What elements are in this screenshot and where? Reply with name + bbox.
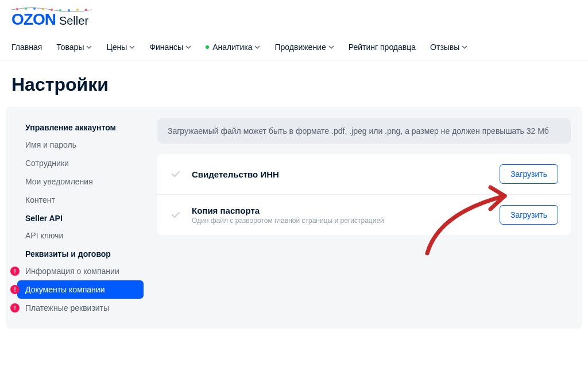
sidebar-item-label: Документы компании: [25, 285, 105, 294]
upload-list: Свидетельство ИННЗагрузитьКопия паспорта…: [157, 154, 571, 235]
sidebar-item[interactable]: Имя и пароль: [17, 136, 144, 154]
content-wrap: Управление аккаунтомИмя и парольСотрудни…: [6, 107, 582, 329]
svg-point-8: [85, 9, 87, 11]
nav-item-1[interactable]: Товары: [56, 43, 92, 52]
alert-icon: !: [10, 285, 20, 294]
nav-item-4[interactable]: Аналитика: [206, 43, 260, 52]
sidebar-group-title: Управление аккаунтом: [17, 118, 144, 136]
chevron-down-icon: [328, 44, 334, 50]
sidebar-group-title: Seller API: [17, 209, 144, 226]
sidebar-item[interactable]: !Документы компании: [17, 280, 144, 299]
svg-point-6: [68, 9, 70, 11]
check-icon: [170, 168, 181, 180]
nav-item-2[interactable]: Цены: [106, 43, 135, 52]
nav-label: Финансы: [149, 43, 183, 52]
nav-item-5[interactable]: Продвижение: [274, 43, 334, 52]
sidebar-item[interactable]: Сотрудники: [17, 154, 144, 172]
main-nav: ГлавнаяТоварыЦеныФинансыАналитикаПродвиж…: [0, 34, 588, 60]
chevron-down-icon: [254, 44, 260, 50]
check-icon: [170, 209, 181, 221]
main-content: Загружаемый файл может быть в формате .p…: [157, 118, 571, 235]
sidebar-item-label: Контент: [25, 195, 55, 205]
nav-label: Отзывы: [430, 43, 459, 52]
sidebar-item[interactable]: !Платежные реквизиты: [17, 299, 144, 317]
nav-item-7[interactable]: Отзывы: [430, 43, 467, 52]
upload-info: Свидетельство ИНН: [192, 169, 489, 179]
svg-point-0: [16, 8, 18, 10]
sidebar-item-label: Имя и пароль: [25, 140, 76, 149]
nav-item-3[interactable]: Финансы: [149, 43, 191, 52]
upload-subtitle: Один файл с разворотом главной страницы …: [192, 217, 489, 225]
upload-row: Копия паспортаОдин файл с разворотом гла…: [157, 195, 571, 235]
sidebar-item[interactable]: !Информация о компании: [17, 262, 144, 280]
sidebar-item-label: Платежные реквизиты: [25, 303, 109, 313]
sidebar-item[interactable]: API ключи: [17, 226, 144, 245]
alert-icon: !: [10, 267, 20, 276]
info-banner: Загружаемый файл может быть в формате .p…: [157, 118, 571, 144]
settings-sidebar: Управление аккаунтомИмя и парольСотрудни…: [17, 118, 144, 317]
nav-label: Цены: [106, 43, 127, 52]
chevron-down-icon: [86, 44, 92, 50]
logo-ozon: OZON: [11, 10, 56, 29]
logo-seller-text: Seller: [59, 14, 88, 28]
nav-item-6[interactable]: Рейтинг продавца: [349, 43, 416, 52]
svg-point-4: [51, 9, 53, 11]
upload-button[interactable]: Загрузить: [500, 205, 558, 225]
alert-icon: !: [10, 303, 20, 313]
garland-decoration: [11, 7, 92, 13]
upload-title: Свидетельство ИНН: [192, 169, 489, 179]
chevron-down-icon: [185, 44, 191, 50]
page-title: Настройки: [0, 60, 588, 107]
sidebar-item[interactable]: Контент: [17, 191, 144, 209]
sidebar-item[interactable]: Мои уведомления: [17, 172, 144, 191]
chevron-down-icon: [462, 44, 467, 50]
nav-label: Продвижение: [274, 43, 326, 52]
nav-dot-icon: [206, 45, 209, 49]
upload-row: Свидетельство ИННЗагрузить: [157, 154, 571, 195]
nav-item-0[interactable]: Главная: [11, 43, 42, 52]
sidebar-item-label: Сотрудники: [25, 159, 69, 168]
svg-point-1: [25, 7, 27, 10]
logo[interactable]: OZON Seller: [11, 10, 577, 29]
sidebar-item-label: Мои уведомления: [25, 177, 93, 186]
upload-title: Копия паспорта: [192, 206, 489, 215]
sidebar-item-label: Информация о компании: [25, 267, 119, 276]
upload-button[interactable]: Загрузить: [500, 164, 558, 184]
sidebar-item-label: API ключи: [25, 231, 63, 240]
chevron-down-icon: [129, 44, 135, 50]
upload-info: Копия паспортаОдин файл с разворотом гла…: [192, 206, 489, 225]
svg-point-7: [76, 9, 79, 11]
nav-label: Главная: [11, 43, 42, 52]
sidebar-group-title: Реквизиты и договор: [17, 245, 144, 262]
svg-point-3: [42, 8, 44, 10]
nav-label: Товары: [56, 43, 84, 52]
nav-label: Аналитика: [212, 43, 252, 52]
svg-point-5: [59, 9, 61, 11]
nav-label: Рейтинг продавца: [349, 43, 416, 52]
svg-point-2: [33, 7, 36, 10]
